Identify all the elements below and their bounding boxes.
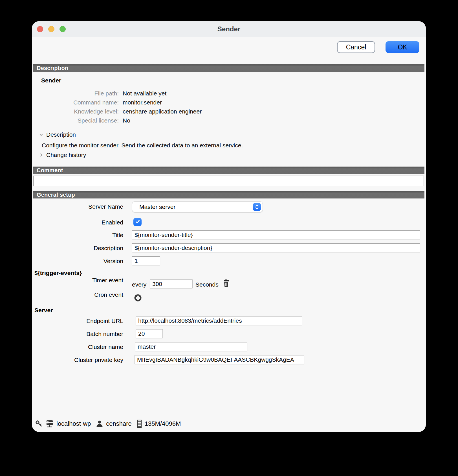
endpoint-url-input[interactable]	[136, 316, 302, 325]
description-section-header: Description	[33, 64, 424, 72]
description-input[interactable]	[132, 243, 420, 252]
status-memory: 135M/4096M	[145, 420, 181, 427]
info-label: File path:	[38, 90, 119, 97]
server-heading: Server	[34, 307, 53, 314]
batch-number-label: Batch number	[32, 331, 123, 337]
timer-event-label: Timer event	[32, 277, 123, 284]
status-bar: localhost-wp censhare 135M/4096M	[35, 419, 183, 429]
status-host: localhost-wp	[56, 420, 91, 427]
user-icon	[96, 420, 104, 428]
server-name-value: Master server	[132, 204, 253, 210]
info-label: Knowledge level:	[38, 108, 119, 115]
ok-button[interactable]: OK	[386, 41, 419, 53]
description-toggle[interactable]: Description	[39, 131, 76, 138]
info-row-file-path: File path: Not available yet	[38, 89, 202, 98]
info-value: Not available yet	[123, 90, 166, 97]
memory-icon	[136, 420, 142, 428]
sender-dialog: Sender Cancel OK Description Sender File…	[32, 21, 426, 432]
timer-every-label: every	[132, 281, 146, 288]
description-toggle-label: Description	[46, 131, 76, 138]
chevron-right-icon	[39, 153, 43, 157]
info-row-knowledge-level: Knowledge level: censhare application en…	[38, 107, 202, 116]
trash-icon[interactable]	[223, 280, 230, 287]
key-icon	[35, 420, 43, 428]
comment-input[interactable]	[33, 176, 424, 186]
command-heading: Sender	[41, 77, 61, 84]
general-setup-section-header: General setup	[33, 191, 424, 198]
popup-arrows-icon	[253, 203, 261, 211]
minimize-icon[interactable]	[48, 26, 54, 32]
info-value: monitor.sender	[123, 99, 162, 106]
endpoint-url-label: Endpoint URL	[32, 318, 123, 324]
info-label: Special license:	[38, 117, 119, 124]
timer-unit-label: Seconds	[195, 281, 219, 288]
checkmark-icon	[135, 219, 140, 226]
close-icon[interactable]	[37, 26, 43, 32]
cluster-private-key-label: Cluster private key	[32, 357, 123, 363]
info-label: Command name:	[38, 99, 119, 106]
enabled-checkbox[interactable]	[133, 218, 142, 226]
title-label: Title	[32, 232, 123, 239]
server-icon	[45, 420, 54, 428]
info-row-special-license: Special license: No	[38, 116, 202, 125]
title-input[interactable]	[132, 230, 420, 239]
batch-number-input[interactable]	[136, 329, 163, 338]
chevron-down-icon	[39, 132, 43, 137]
cluster-name-input[interactable]	[135, 342, 247, 351]
comment-section-header: Comment	[33, 167, 424, 174]
info-row-command-name: Command name: monitor.sender	[38, 98, 202, 107]
plus-icon[interactable]	[134, 294, 142, 302]
change-history-toggle[interactable]: Change history	[39, 152, 86, 158]
info-value: censhare application engineer	[123, 108, 202, 115]
info-value: No	[123, 117, 130, 124]
server-name-select[interactable]: Master server	[132, 201, 263, 212]
status-user: censhare	[106, 420, 132, 427]
cron-event-label: Cron event	[32, 291, 123, 298]
command-info: File path: Not available yet Command nam…	[38, 89, 202, 125]
version-label: Version	[32, 258, 123, 265]
cluster-private-key-input[interactable]	[135, 355, 304, 364]
change-history-toggle-label: Change history	[46, 152, 86, 158]
timer-seconds-input[interactable]	[150, 280, 193, 288]
cluster-name-label: Cluster name	[32, 344, 123, 350]
command-description-text: Configure the monitor sender. Send the c…	[42, 142, 243, 149]
title-bar: Sender	[32, 21, 426, 37]
trigger-events-heading: ${trigger-events}	[34, 270, 82, 276]
cancel-button[interactable]: Cancel	[337, 41, 375, 53]
window-title: Sender	[217, 25, 240, 33]
zoom-icon[interactable]	[60, 26, 66, 32]
enabled-label: Enabled	[32, 219, 123, 226]
version-input[interactable]	[132, 256, 160, 265]
description-field-label: Description	[32, 245, 123, 252]
server-name-label: Server Name	[32, 203, 123, 210]
